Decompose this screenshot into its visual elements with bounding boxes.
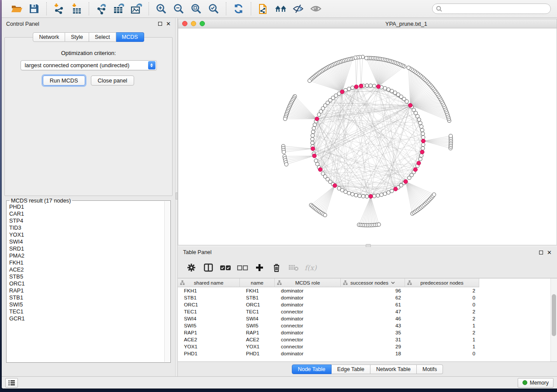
table-tab-network-table[interactable]: Network Table <box>370 364 417 374</box>
export-network-button[interactable] <box>93 1 110 16</box>
mcds-result-node: SWI5 <box>9 301 164 308</box>
mcds-result-title: MCDS result (17 nodes) <box>10 197 72 204</box>
mcds-result-box: MCDS result (17 nodes) PHD1CAR1STP4TID3Y… <box>6 200 171 363</box>
cell-successor-nodes: 35 <box>341 329 405 336</box>
tab-network[interactable]: Network <box>33 32 65 42</box>
refresh-view-button[interactable] <box>230 1 247 16</box>
table-row-phd1[interactable]: PHD1PHD1dominator180 <box>178 350 557 357</box>
close-panel-icon[interactable]: ✕ <box>166 22 171 26</box>
mcds-result-node: ACE2 <box>9 266 164 273</box>
float-panel-icon[interactable] <box>158 22 162 26</box>
cell-name: SWI4 <box>240 315 275 322</box>
network-titlebar[interactable]: YPA_prune.txt_1 <box>178 19 557 28</box>
column-header-predecessor-nodes[interactable]: predecessor nodes <box>405 279 479 287</box>
close-panel-icon[interactable]: ✕ <box>547 251 552 254</box>
unchecked-boxes-icon <box>237 264 248 271</box>
home-layout-button[interactable] <box>272 1 290 16</box>
cell-successor-nodes: 62 <box>341 294 405 301</box>
search-input[interactable] <box>444 6 547 12</box>
import-table-button[interactable] <box>68 1 85 16</box>
table-options-button[interactable] <box>185 261 198 274</box>
zoom-fit-button[interactable] <box>187 1 205 16</box>
memory-button[interactable]: Memory <box>518 378 554 388</box>
mcds-result-node: STP4 <box>9 217 164 224</box>
cell-name: FKH1 <box>240 287 275 294</box>
select-all-rows-button[interactable] <box>219 261 232 274</box>
zoom-out-button[interactable] <box>170 1 187 16</box>
column-header-mcds-role[interactable]: MCDS role <box>275 279 341 287</box>
column-label: successor nodes <box>350 280 388 285</box>
scrollbar-thumb[interactable] <box>552 294 556 336</box>
run-mcds-button[interactable]: Run MCDS <box>43 76 85 86</box>
close-panel-button[interactable]: Close panel <box>91 76 135 86</box>
cell-successor-nodes: 47 <box>341 308 405 315</box>
network-from-document-button[interactable] <box>255 1 272 16</box>
result-scrollbar[interactable] <box>164 201 170 362</box>
column-header-successor-nodes[interactable]: successor nodes <box>341 279 405 287</box>
tab-select[interactable]: Select <box>89 32 116 42</box>
toolbar-separator <box>149 2 149 15</box>
cell-successor-nodes: 61 <box>341 301 405 308</box>
list-icon <box>8 380 15 386</box>
import-network-button[interactable] <box>50 1 68 16</box>
column-header-shared-name[interactable]: shared name <box>178 279 240 287</box>
network-graph <box>178 28 557 245</box>
apply-function-button-disabled: f(x) <box>304 261 317 274</box>
network-canvas[interactable] <box>178 28 557 245</box>
column-header-name[interactable]: name <box>240 279 275 287</box>
zoom-selected-button[interactable] <box>205 1 222 16</box>
table-tab-motifs[interactable]: Motifs <box>417 364 443 374</box>
table-row-tec1[interactable]: TEC1TEC1connector472 <box>178 308 557 315</box>
table-row-yox1[interactable]: YOX1YOX1connector291 <box>178 343 557 350</box>
show-panel-button[interactable] <box>307 1 325 16</box>
table-tab-node-table[interactable]: Node Table <box>292 364 332 374</box>
cell-mcds-role: dominator <box>275 329 341 336</box>
table-row-ace2[interactable]: ACE2ACE2connector311 <box>178 336 557 343</box>
toolbar-separator <box>46 2 47 15</box>
mcds-tab-content: Optimization criterion: largest connecte… <box>4 37 173 196</box>
task-history-button[interactable] <box>5 378 18 388</box>
column-label: MCDS role <box>295 280 320 285</box>
table-tab-edge-table[interactable]: Edge Table <box>332 364 370 374</box>
table-row-fkh1[interactable]: FKH1FKH1dominator962 <box>178 287 557 294</box>
network-window: YPA_prune.txt_1 <box>178 19 557 245</box>
tab-mcds[interactable]: MCDS <box>116 32 144 42</box>
tab-style[interactable]: Style <box>65 32 89 42</box>
float-panel-icon[interactable] <box>539 251 543 254</box>
cell-predecessor-nodes: 1 <box>405 343 479 350</box>
mcds-result-node: STB1 <box>9 294 164 301</box>
show-columns-button[interactable] <box>202 261 215 274</box>
open-file-button[interactable] <box>8 1 25 16</box>
cell-successor-nodes: 46 <box>341 315 405 322</box>
table-row-swi4[interactable]: SWI4SWI4dominator462 <box>178 315 557 322</box>
delete-column-button[interactable] <box>270 261 283 274</box>
cell-predecessor-nodes: 2 <box>405 308 479 315</box>
table-toolbar: f(x) <box>178 258 557 278</box>
cell-shared-name: STB1 <box>178 294 240 301</box>
table-row-stb1[interactable]: STB1STB1dominator620 <box>178 294 557 301</box>
add-column-button[interactable] <box>253 261 266 274</box>
column-label: name <box>251 280 263 285</box>
mcds-result-node: FKH1 <box>9 259 164 266</box>
criterion-select[interactable]: largest connected component (undirected) <box>21 60 157 70</box>
cell-name: ORC1 <box>240 301 275 308</box>
save-session-button[interactable] <box>25 1 43 16</box>
export-table-button[interactable] <box>110 1 128 16</box>
export-image-button[interactable] <box>128 1 145 16</box>
content-area: Control Panel ✕ NetworkStyleSelectMCDS O… <box>2 18 557 376</box>
table-row-orc1[interactable]: ORC1ORC1dominator610 <box>178 301 557 308</box>
zoom-in-button[interactable] <box>152 1 170 16</box>
table-row-rap1[interactable]: RAP1RAP1dominator352 <box>178 329 557 336</box>
table-scrollbar[interactable] <box>550 279 557 361</box>
hide-panel-button[interactable] <box>290 1 307 16</box>
gear-icon <box>187 263 196 272</box>
deselect-all-rows-button[interactable] <box>236 261 249 274</box>
attribute-type-icon <box>180 280 185 285</box>
table-row-swi5[interactable]: SWI5SWI5connector431 <box>178 322 557 329</box>
search-field[interactable] <box>432 3 551 14</box>
mcds-result-node: PMA2 <box>9 252 164 259</box>
sort-desc-icon <box>391 282 395 284</box>
save-disk-icon <box>29 3 39 14</box>
network-title: YPA_prune.txt_1 <box>178 21 557 27</box>
refresh-icon <box>233 3 244 14</box>
